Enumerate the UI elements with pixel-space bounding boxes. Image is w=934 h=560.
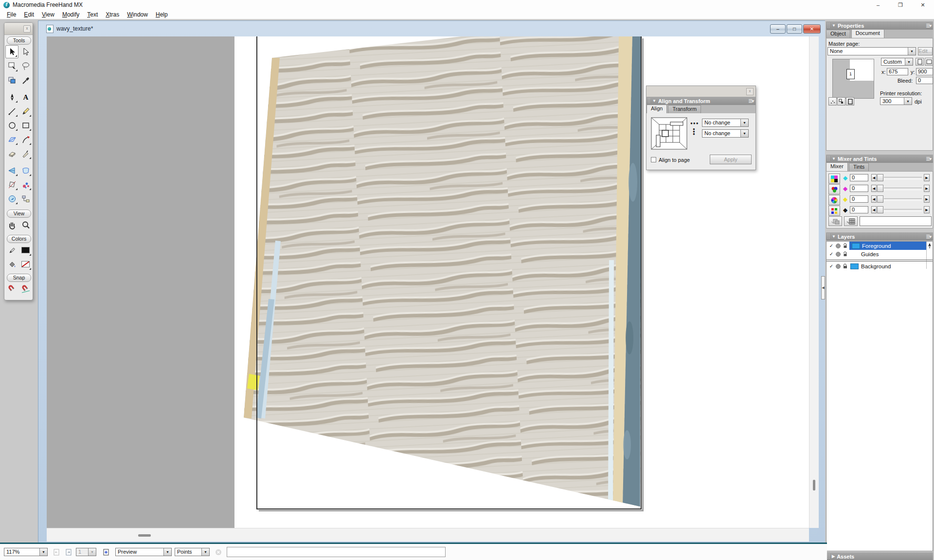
menu-xtras[interactable]: Xtras (102, 10, 123, 19)
fill-color-icon[interactable] (5, 258, 18, 271)
collapse-triangle-icon[interactable]: ▼ (832, 23, 836, 28)
menu-view[interactable]: View (38, 10, 58, 19)
add-to-swatches-icon[interactable] (828, 216, 842, 226)
align-close-icon[interactable]: x (746, 88, 754, 95)
knife-tool-icon[interactable] (19, 147, 32, 160)
layer-row-foreground[interactable]: ✓ Foreground (826, 242, 933, 250)
align-to-page-checkbox[interactable] (651, 157, 656, 162)
page-size-select[interactable]: Custom ▼ (881, 58, 913, 66)
yellow-slider-thumb[interactable] (877, 195, 883, 203)
graphic-hose-tool-icon[interactable] (19, 178, 32, 191)
menu-help[interactable]: Help (152, 10, 172, 19)
magenta-slider-thumb[interactable] (877, 185, 883, 192)
tab-mixer[interactable]: Mixer (826, 162, 848, 171)
page-thumbnail[interactable]: 1 (846, 69, 855, 79)
edit-master-page-button[interactable]: Edit... (918, 47, 933, 55)
layer-color-swatch[interactable] (850, 263, 859, 269)
slider-left-arrow-icon[interactable]: ◀ (871, 185, 877, 192)
layer-color-swatch[interactable] (852, 243, 860, 249)
cmyk-mode-icon[interactable] (828, 174, 840, 184)
hand-tool-icon[interactable] (5, 218, 18, 231)
next-page-icon[interactable] (64, 547, 73, 557)
black-slider-thumb[interactable] (877, 206, 883, 213)
previous-page-icon[interactable] (52, 547, 61, 557)
vertical-align-select[interactable]: No change ▼ (702, 129, 749, 138)
collapse-triangle-icon[interactable]: ▼ (832, 157, 836, 161)
dropdown-arrow-icon[interactable]: ▼ (201, 548, 209, 556)
slider-left-arrow-icon[interactable]: ◀ (871, 206, 877, 213)
stroke-color-icon[interactable] (5, 244, 18, 257)
cyan-slider-thumb[interactable] (877, 174, 883, 181)
page-tool-icon[interactable] (5, 59, 18, 72)
pointer-tool-icon[interactable] (5, 45, 18, 58)
rectangle-tool-icon[interactable] (19, 119, 32, 132)
text-tool-icon[interactable]: A (19, 90, 32, 104)
pages-tool-icon[interactable] (5, 73, 18, 87)
bend-tool-icon[interactable] (19, 133, 32, 146)
panel-grip[interactable] (827, 22, 830, 29)
lock-open-icon[interactable] (843, 251, 848, 257)
stroke-color-swatch[interactable] (19, 244, 32, 257)
extrude-tool-icon[interactable] (5, 133, 18, 146)
dropdown-arrow-icon[interactable]: ▼ (908, 48, 916, 55)
tab-align[interactable]: Align (647, 105, 667, 113)
zoom-tool-icon[interactable] (19, 218, 32, 231)
lock-open-icon[interactable] (843, 243, 848, 248)
layer-mode-dot-icon[interactable] (836, 264, 841, 269)
color-preview-well[interactable] (860, 216, 932, 226)
single-page-icon[interactable] (846, 97, 854, 105)
snap-to-guides-icon[interactable] (19, 282, 32, 296)
slider-right-arrow-icon[interactable]: ▶ (924, 174, 930, 181)
dropdown-arrow-icon[interactable]: ▼ (88, 548, 96, 556)
pencil-tool-icon[interactable] (19, 105, 32, 118)
lasso-tool-icon[interactable] (19, 59, 32, 72)
layer-name[interactable]: Guides (861, 251, 879, 257)
layer-visible-check-icon[interactable]: ✓ (828, 243, 834, 248)
panel-menu-icon[interactable]: ☰▾ (926, 23, 931, 28)
panel-grip[interactable] (827, 233, 830, 240)
expand-triangle-icon[interactable]: ▶ (832, 554, 835, 559)
hls-mode-icon[interactable] (828, 195, 840, 205)
layer-row-background[interactable]: ✓ Background (826, 262, 933, 270)
doc-close-button[interactable]: ✕ (803, 24, 821, 34)
layer-name[interactable]: Background (861, 263, 891, 269)
layer-mode-dot-icon[interactable] (836, 244, 841, 248)
slider-left-arrow-icon[interactable]: ◀ (871, 195, 877, 203)
menu-text[interactable]: Text (83, 10, 102, 19)
page-options-icon[interactable] (837, 97, 845, 105)
slider-left-arrow-icon[interactable]: ◀ (871, 174, 877, 181)
slider-right-arrow-icon[interactable]: ▶ (924, 185, 930, 192)
apply-button[interactable]: Apply (710, 155, 752, 164)
eraser-tool-icon[interactable] (5, 147, 18, 160)
cyan-slider-track[interactable] (884, 177, 922, 179)
connector-tool-icon[interactable] (19, 192, 32, 205)
slider-right-arrow-icon[interactable]: ▶ (924, 195, 930, 203)
layer-name[interactable]: Foreground (862, 243, 891, 249)
rotate-tool-icon[interactable] (5, 178, 18, 191)
eyedropper-tool-icon[interactable] (19, 73, 32, 87)
slider-right-arrow-icon[interactable]: ▶ (924, 206, 930, 213)
panel-menu-icon[interactable]: ☰▾ (926, 157, 931, 161)
printer-resolution-select[interactable]: 300 ▼ (880, 97, 912, 105)
layer-mode-dot-icon[interactable] (836, 252, 841, 257)
collapse-triangle-icon[interactable]: ▼ (652, 99, 656, 103)
dropdown-arrow-icon[interactable]: ▼ (39, 548, 47, 556)
dropdown-arrow-icon[interactable]: ▼ (904, 98, 912, 105)
vertical-scrollbar[interactable] (809, 36, 819, 528)
tools-palette-titlebar[interactable]: x (4, 23, 33, 35)
layer-visible-check-icon[interactable]: ✓ (828, 263, 834, 269)
document-pages-preview[interactable]: 1 (832, 59, 874, 99)
layer-visible-check-icon[interactable]: ✓ (828, 251, 834, 257)
horizontal-align-select[interactable]: No change ▼ (702, 119, 749, 127)
panel-grip[interactable] (827, 553, 830, 560)
pen-tool-icon[interactable] (5, 90, 18, 104)
snap-to-point-icon[interactable] (5, 282, 18, 296)
panel-menu-icon[interactable]: ☰▾ (926, 234, 931, 239)
panel-grip[interactable] (827, 156, 830, 162)
magenta-slider-track[interactable] (884, 188, 922, 190)
tab-object[interactable]: Object (826, 30, 850, 38)
zoom-level-select[interactable]: 117% ▼ (4, 548, 48, 556)
y-field[interactable]: 900 (916, 68, 933, 75)
tab-tints[interactable]: Tints (849, 163, 869, 171)
menu-edit[interactable]: Edit (20, 10, 38, 19)
